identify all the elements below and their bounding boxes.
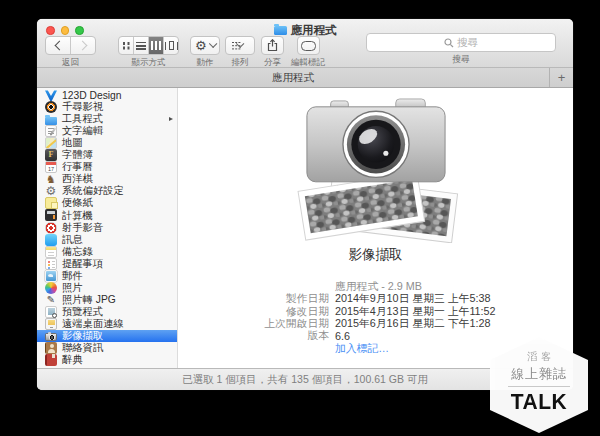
tag-icon <box>301 41 316 51</box>
tags-label: 編輯標記 <box>291 57 325 69</box>
icon-view-button[interactable] <box>119 37 133 54</box>
search-placeholder: 搜尋 <box>457 36 478 50</box>
tags-group: 編輯標記 <box>291 36 325 69</box>
sidebar-item[interactable]: 提醒事項 <box>37 258 177 270</box>
chevron-down-icon <box>208 40 216 48</box>
calendar-icon <box>45 161 57 173</box>
list-view-button[interactable] <box>133 37 148 54</box>
sidebar-item-label: 123D Design <box>62 90 122 101</box>
window-body: 123D Design 千尋影視 工具程式 文字編輯 地圖 字體簿 行事曆 西洋… <box>37 88 573 368</box>
splayer-icon <box>45 222 57 234</box>
sidebar-item[interactable]: 計算機 <box>37 209 177 221</box>
tab-applications[interactable]: 應用程式 <box>37 68 549 87</box>
search-icon <box>444 38 454 48</box>
sidebar-item[interactable]: 地圖 <box>37 137 177 149</box>
toolbar: 返回 顯示方式 ⚙ 動作 <box>45 36 325 69</box>
detail-value: 2015年6月16日 星期二 下午1:28 <box>335 317 490 331</box>
arrange-label: 排列 <box>232 57 249 69</box>
coverflow-view-button[interactable] <box>163 37 178 54</box>
window-chrome: 應用程式 返回 顯示方式 ⚙ <box>37 19 573 67</box>
detail-label: 版本 <box>178 329 335 343</box>
share-button[interactable] <box>261 36 284 55</box>
add-tags-link[interactable]: 加入標記… <box>335 342 389 356</box>
mail-icon <box>45 270 57 282</box>
sidebar-item[interactable]: 辭典 <box>37 354 177 366</box>
arrange-group: 排列 <box>225 36 255 69</box>
view-group-label: 顯示方式 <box>132 57 166 69</box>
tab-bar: 應用程式 + <box>37 67 573 88</box>
gear-icon: ⚙ <box>195 39 207 52</box>
notes-icon <box>45 246 57 258</box>
share-group: 分享 <box>261 36 284 69</box>
preview-pane: 影像擷取 應用程式 - 2.9 MB 製作日期2014年9月10日 星期三 上午… <box>178 88 573 368</box>
preview-details: 應用程式 - 2.9 MB 製作日期2014年9月10日 星期三 上午5:38 … <box>178 281 573 355</box>
sidebar-item[interactable]: 照片轉 JPG <box>37 294 177 306</box>
sidebar-item[interactable]: 郵件 <box>37 270 177 282</box>
action-group: ⚙ 動作 <box>190 36 220 69</box>
sidebar-item-selected[interactable]: 影像擷取 <box>37 330 177 342</box>
photo-to-jpg-icon <box>45 294 57 306</box>
sidebar-item[interactable]: 遠端桌面連線 <box>37 318 177 330</box>
maps-icon <box>45 137 57 149</box>
sidebar-item[interactable]: 工具程式 <box>37 113 177 125</box>
photos-icon <box>45 282 57 294</box>
sidebar-item-label: 辭典 <box>62 353 83 367</box>
icon-view-icon <box>123 42 126 45</box>
list-view-icon <box>136 42 146 50</box>
column-view-button[interactable] <box>148 37 163 54</box>
search-input[interactable]: 搜尋 <box>366 33 556 52</box>
sidebar-item[interactable]: 聯絡資訊 <box>37 342 177 354</box>
sidebar-item[interactable]: 字體簿 <box>37 149 177 161</box>
coverflow-view-icon <box>165 42 178 50</box>
remote-desktop-icon <box>45 318 57 330</box>
watermark-line2: 線上雜誌 <box>511 365 567 383</box>
sidebar-item[interactable]: 文字編輯 <box>37 125 177 137</box>
stickies-icon <box>45 197 57 209</box>
watermark-divider <box>508 386 570 387</box>
chevron-down-icon <box>236 40 244 48</box>
sidebar-item[interactable]: 千尋影視 <box>37 101 177 113</box>
reminders-icon <box>45 258 57 270</box>
utilities-folder-icon <box>45 117 57 125</box>
search-group: 搜尋 搜尋 <box>366 33 556 66</box>
messages-icon <box>45 234 57 246</box>
calculator-icon <box>45 209 57 221</box>
back-forward-group: 返回 <box>45 36 96 69</box>
sidebar-item[interactable]: 123D Design <box>37 89 177 101</box>
share-icon <box>267 39 278 52</box>
view-mode-group: 顯示方式 <box>118 36 179 69</box>
sidebar-item[interactable]: 便條紙 <box>37 197 177 209</box>
sidebar-item[interactable]: 訊息 <box>37 234 177 246</box>
preview-app-name: 影像擷取 <box>349 246 403 264</box>
sidebar-item[interactable]: 系統偏好設定 <box>37 185 177 197</box>
sidebar-item[interactable]: 射手影音 <box>37 222 177 234</box>
font-book-icon <box>45 149 57 161</box>
action-button[interactable]: ⚙ <box>190 36 220 55</box>
sidebar-item[interactable]: 備忘錄 <box>37 246 177 258</box>
arrange-button[interactable] <box>225 36 255 55</box>
system-preferences-icon <box>45 185 57 197</box>
status-text: 已選取 1 個項目，共有 135 個項目，100.61 GB 可用 <box>182 373 428 387</box>
textedit-icon <box>45 125 57 137</box>
disclosure-triangle-icon <box>169 117 173 121</box>
chevron-left-icon <box>54 41 64 51</box>
finder-window: 應用程式 返回 顯示方式 ⚙ <box>37 19 573 390</box>
back-button[interactable] <box>46 37 70 54</box>
folder-icon <box>274 26 287 35</box>
arrange-grid-icon <box>232 42 234 44</box>
sidebar-column: 123D Design 千尋影視 工具程式 文字編輯 地圖 字體簿 行事曆 西洋… <box>37 88 178 368</box>
action-label: 動作 <box>197 57 214 69</box>
edit-tags-button[interactable] <box>297 36 320 55</box>
sidebar-item[interactable]: 行事曆 <box>37 161 177 173</box>
talk-logo: TALK <box>511 388 567 414</box>
share-label: 分享 <box>264 57 281 69</box>
new-tab-button[interactable]: + <box>549 68 573 87</box>
image-capture-icon <box>45 333 57 342</box>
123d-design-icon <box>45 89 57 101</box>
forward-button[interactable] <box>70 37 95 54</box>
image-capture-app-icon <box>290 95 462 243</box>
search-label: 搜尋 <box>453 54 470 66</box>
column-view-icon <box>151 41 161 50</box>
qianxun-video-icon <box>45 101 57 113</box>
chevron-right-icon <box>77 41 87 51</box>
